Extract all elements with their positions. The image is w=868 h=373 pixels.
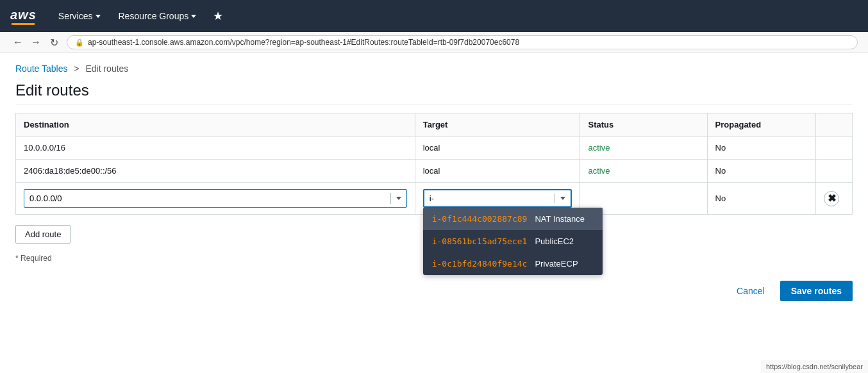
action-buttons: Cancel Save routes: [15, 273, 853, 301]
services-label: Services: [58, 11, 93, 21]
services-chevron-icon: [96, 15, 101, 18]
target-dropdown-menu: i-0f1c444c002887c89 NAT Instance i-08561…: [423, 208, 603, 275]
lock-icon: 🔒: [75, 38, 84, 47]
navbar: aws Services Resource Groups ★: [0, 0, 868, 32]
row2-status: active: [580, 160, 707, 183]
browser-controls: ← → ↻: [10, 35, 62, 50]
breadcrumb-separator: >: [74, 63, 79, 74]
row2-destination: 2406:da18:de5:de00::/56: [16, 160, 415, 183]
col-header-target: Target: [415, 113, 580, 137]
breadcrumb: Route Tables > Edit routes: [15, 63, 853, 74]
page-title: Edit routes: [15, 81, 853, 105]
address-bar: ← → ↻ 🔒 ap-southeast-1.console.aws.amazo…: [0, 32, 868, 53]
row1-status: active: [580, 137, 707, 160]
breadcrumb-current: Edit routes: [85, 63, 128, 74]
col-header-destination: Destination: [16, 113, 415, 137]
resource-groups-nav-item[interactable]: Resource Groups: [112, 7, 203, 25]
edit-row: i-0f1c444c002887c89 NAT Instance i-08561…: [16, 183, 853, 215]
table-row: 10.0.0.0/16 local active No: [16, 137, 853, 160]
dropdown-item-2[interactable]: i-0c1bfd24840f9e14c PrivateECP: [423, 253, 603, 275]
dropdown-label-2: PrivateECP: [535, 259, 578, 269]
bookmarks-nav-item[interactable]: ★: [208, 6, 228, 26]
edit-destination-cell: [16, 183, 415, 215]
services-nav-item[interactable]: Services: [52, 7, 107, 25]
remove-row-button[interactable]: ✖: [824, 191, 839, 206]
dropdown-id-0: i-0f1c444c002887c89: [432, 214, 528, 224]
routes-table: Destination Target Status Propagated 10.…: [15, 113, 853, 215]
row2-action: [816, 160, 853, 183]
edit-action-cell: ✖: [816, 183, 853, 215]
table-row: 2406:da18:de5:de00::/56 local active No: [16, 160, 853, 183]
dropdown-item-0[interactable]: i-0f1c444c002887c89 NAT Instance: [423, 208, 603, 230]
edit-propagated-cell: No: [707, 183, 816, 215]
resource-groups-chevron-icon: [191, 15, 196, 18]
row1-action: [816, 137, 853, 160]
dropdown-label-0: NAT Instance: [535, 214, 585, 224]
row1-destination: 10.0.0.0/16: [16, 137, 415, 160]
target-dropdown-container: i-0f1c444c002887c89 NAT Instance i-08561…: [423, 189, 572, 208]
target-dropdown-button[interactable]: [555, 194, 571, 203]
breadcrumb-parent-link[interactable]: Route Tables: [15, 63, 67, 74]
save-routes-button[interactable]: Save routes: [780, 281, 853, 301]
resource-groups-label: Resource Groups: [119, 11, 189, 21]
target-input-wrapper: [423, 189, 572, 208]
add-route-button[interactable]: Add route: [15, 225, 71, 244]
dropdown-id-1: i-08561bc15ad75ece1: [432, 236, 528, 246]
col-header-propagated: Propagated: [707, 113, 816, 137]
target-chevron-icon: [560, 197, 565, 200]
row2-propagated: No: [707, 160, 816, 183]
url-text: ap-southeast-1.console.aws.amazon.com/vp…: [88, 38, 519, 47]
col-header-action: [816, 113, 853, 137]
aws-logo[interactable]: aws: [10, 8, 37, 25]
destination-chevron-icon: [396, 197, 401, 200]
row2-target: local: [415, 160, 580, 183]
destination-input-wrapper: [24, 189, 407, 208]
destination-input[interactable]: [24, 190, 390, 207]
refresh-button[interactable]: ↻: [46, 35, 62, 50]
aws-logo-bar: [12, 23, 35, 25]
back-button[interactable]: ←: [10, 35, 26, 50]
dropdown-item-1[interactable]: i-08561bc15ad75ece1 PublicEC2: [423, 230, 603, 253]
url-bar[interactable]: 🔒 ap-southeast-1.console.aws.amazon.com/…: [67, 35, 858, 49]
destination-dropdown-button[interactable]: [390, 193, 406, 204]
dropdown-label-1: PublicEC2: [535, 236, 574, 246]
target-input[interactable]: [424, 190, 555, 206]
main-content: Route Tables > Edit routes Edit routes D…: [0, 53, 868, 311]
edit-target-cell: i-0f1c444c002887c89 NAT Instance i-08561…: [415, 183, 580, 215]
aws-logo-text: aws: [10, 8, 37, 22]
col-header-status: Status: [580, 113, 707, 137]
row1-target: local: [415, 137, 580, 160]
forward-button[interactable]: →: [28, 35, 44, 50]
dropdown-id-2: i-0c1bfd24840f9e14c: [432, 259, 528, 269]
cancel-button[interactable]: Cancel: [729, 282, 772, 300]
row1-propagated: No: [707, 137, 816, 160]
